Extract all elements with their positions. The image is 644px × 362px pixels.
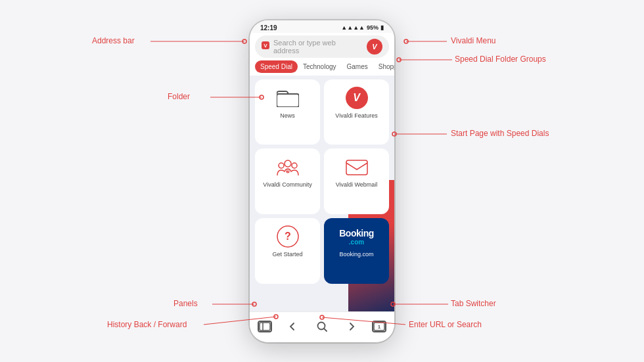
svg-point-3 — [285, 160, 291, 167]
booking-icon: Booking .com — [345, 225, 369, 248]
panels-button[interactable] — [258, 321, 272, 332]
back-button[interactable] — [283, 317, 302, 336]
address-bar[interactable]: V Search or type web address V — [255, 35, 389, 58]
forward-button[interactable] — [342, 317, 361, 336]
svg-point-5 — [292, 163, 297, 168]
address-bar-label: Address bar — [92, 36, 135, 45]
speed-dial-get-started[interactable]: ? Get Started — [255, 218, 320, 284]
speed-dial-grid: News V Vivaldi Features — [250, 76, 394, 311]
get-started-label: Get Started — [272, 251, 302, 258]
speed-dial-booking[interactable]: Booking .com Booking.com — [324, 218, 389, 284]
speed-dial-news[interactable]: News — [255, 79, 320, 145]
webmail-icon — [345, 155, 369, 179]
speed-dial-community[interactable]: ? Vivaldi Community — [255, 148, 320, 214]
svg-text:V: V — [264, 43, 267, 49]
vivaldi-menu-label: Vivaldi Menu — [451, 36, 495, 45]
start-page-label: Start Page with Speed Dials — [451, 129, 549, 138]
status-time: 12:19 — [260, 24, 277, 32]
tab-speed-dial[interactable]: Speed Dial — [255, 60, 298, 73]
svg-line-14 — [324, 328, 327, 331]
signal-icon: ▲▲▲▲ — [341, 24, 365, 31]
vivaldi-v-icon: V — [372, 43, 377, 51]
status-bar: 12:19 ▲▲▲▲ 95% ▮ — [250, 20, 394, 33]
folder-label: Folder — [168, 92, 190, 101]
history-back-forward-label: History Back / Forward — [107, 320, 187, 329]
booking-label: Booking.com — [339, 251, 373, 258]
svg-point-4 — [279, 163, 284, 168]
enter-url-label: Enter URL or Search — [409, 320, 482, 329]
svg-text:1: 1 — [377, 324, 380, 330]
svg-point-18 — [242, 39, 246, 43]
svg-point-22 — [397, 58, 401, 62]
svg-text:?: ? — [287, 170, 289, 173]
bottom-nav: 1 — [250, 311, 394, 342]
battery-label: 95% — [367, 24, 379, 31]
svg-rect-8 — [346, 160, 367, 175]
tab-games[interactable]: Games — [342, 60, 373, 73]
svg-rect-2 — [277, 94, 299, 107]
panels-label: Panels — [173, 299, 198, 308]
speed-dial-folder-groups-label: Speed Dial Folder Groups — [455, 55, 546, 64]
svg-rect-11 — [260, 323, 270, 330]
svg-text:?: ? — [285, 231, 291, 242]
tab-technology[interactable]: Technology — [298, 60, 342, 73]
webmail-label: Vivaldi Webmail — [336, 181, 378, 188]
speed-dial-webmail[interactable]: Vivaldi Webmail — [324, 148, 389, 214]
community-icon: ? — [276, 155, 300, 179]
vivaldi-features-icon: V — [345, 86, 369, 110]
phone-mockup: 12:19 ▲▲▲▲ 95% ▮ V Search or type web ad… — [250, 20, 394, 342]
tab-switcher-label: Tab Switcher — [451, 299, 496, 308]
folder-icon — [276, 86, 300, 110]
battery-icon: ▮ — [380, 24, 384, 31]
speed-dial-news-label: News — [280, 112, 295, 119]
tab-shopping[interactable]: Shopping — [373, 60, 394, 73]
phone-frame: 12:19 ▲▲▲▲ 95% ▮ V Search or type web ad… — [250, 20, 394, 342]
search-button[interactable] — [313, 317, 331, 336]
address-bar-search-icon: V — [262, 41, 269, 51]
vivaldi-menu-button[interactable]: V — [367, 39, 382, 55]
vivaldi-logo: V — [346, 87, 368, 109]
speed-dial-vivaldi-features[interactable]: V Vivaldi Features — [324, 79, 389, 145]
vivaldi-features-label: Vivaldi Features — [335, 112, 377, 119]
svg-point-20 — [404, 39, 408, 43]
address-bar-placeholder: Search or type web address — [273, 39, 363, 55]
speed-dial-tabs: Speed Dial Technology Games Shopping De.… — [250, 60, 394, 73]
status-icons: ▲▲▲▲ 95% ▮ — [341, 24, 384, 31]
get-started-icon: ? — [276, 225, 300, 248]
tab-switcher-button[interactable]: 1 — [372, 321, 386, 332]
community-label: Vivaldi Community — [263, 181, 311, 188]
